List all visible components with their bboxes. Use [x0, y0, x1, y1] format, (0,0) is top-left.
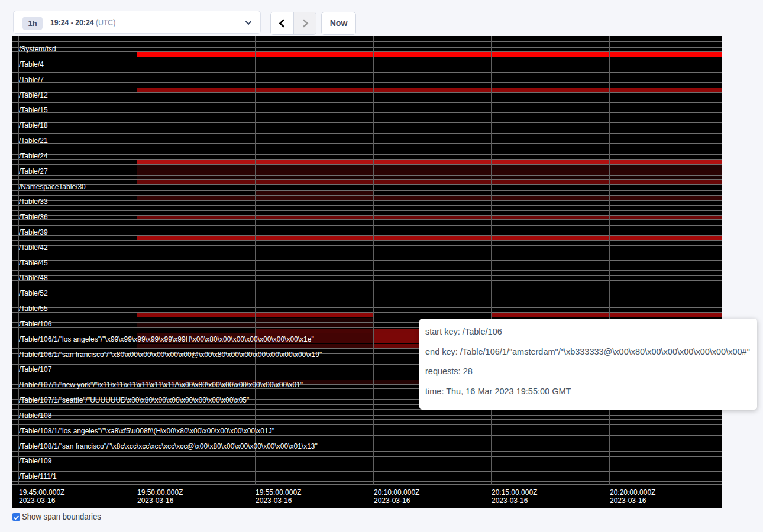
- svg-text:/Table/27: /Table/27: [19, 167, 48, 176]
- svg-text:/Table/7: /Table/7: [19, 76, 44, 84]
- svg-text:20:15:00.000Z: 20:15:00.000Z: [492, 488, 537, 497]
- svg-text:20:20:00.000Z: 20:20:00.000Z: [610, 488, 655, 497]
- svg-text:/Table/21: /Table/21: [19, 137, 48, 145]
- svg-text:/Table/48: /Table/48: [19, 274, 48, 282]
- svg-text:/Table/52: /Table/52: [19, 289, 48, 297]
- svg-text:19:45:00.000Z: 19:45:00.000Z: [19, 488, 64, 497]
- svg-text:2023-03-16: 2023-03-16: [137, 497, 174, 505]
- svg-text:20:10:00.000Z: 20:10:00.000Z: [374, 488, 419, 497]
- svg-text:/Table/12: /Table/12: [19, 91, 48, 99]
- svg-text:19:55:00.000Z: 19:55:00.000Z: [256, 488, 301, 497]
- svg-text:/Table/107: /Table/107: [19, 365, 52, 374]
- svg-text:/Table/42: /Table/42: [19, 244, 48, 252]
- svg-text:/NamespaceTable/30: /NamespaceTable/30: [19, 183, 86, 191]
- svg-text:2023-03-16: 2023-03-16: [19, 497, 56, 505]
- svg-text:/Table/108/1/"san francisco"/": /Table/108/1/"san francisco"/"\x8c\xcc\x…: [19, 442, 318, 450]
- svg-text:/Table/111/1: /Table/111/1: [19, 472, 57, 481]
- svg-text:/Table/24: /Table/24: [19, 152, 48, 160]
- svg-text:2023-03-16: 2023-03-16: [374, 497, 410, 505]
- svg-text:/Table/106/1/"san francisco"/": /Table/106/1/"san francisco"/"\x80\x00\x…: [19, 351, 322, 359]
- svg-text:/Table/106/1/"los angeles"/"\x: /Table/106/1/"los angeles"/"\x99\x99\x99…: [19, 335, 314, 343]
- svg-text:/Table/36: /Table/36: [19, 213, 48, 221]
- svg-text:/System/tsd: /System/tsd: [19, 45, 56, 53]
- svg-text:/Table/109: /Table/109: [19, 457, 52, 465]
- svg-text:/Table/107/1/"seattle"/"UUUUUU: /Table/107/1/"seattle"/"UUUUUUD\x00\x80\…: [19, 396, 249, 404]
- svg-text:/Table/39: /Table/39: [19, 228, 48, 236]
- svg-text:2023-03-16: 2023-03-16: [492, 497, 528, 505]
- svg-text:/Table/15: /Table/15: [19, 106, 48, 114]
- svg-text:/Table/107/1/"new york"/"\x11\: /Table/107/1/"new york"/"\x11\x11\x11\x1…: [19, 381, 303, 389]
- svg-text:/Table/55: /Table/55: [19, 304, 48, 313]
- svg-text:/Table/108/1/"los angeles"/"\x: /Table/108/1/"los angeles"/"\xa8\xf5\u00…: [19, 427, 274, 435]
- svg-text:/Table/33: /Table/33: [19, 197, 48, 206]
- svg-text:/Table/45: /Table/45: [19, 259, 48, 267]
- svg-text:2023-03-16: 2023-03-16: [610, 497, 646, 505]
- svg-text:/Table/108: /Table/108: [19, 411, 52, 420]
- svg-text:/Table/4: /Table/4: [19, 60, 44, 69]
- svg-text:/Table/18: /Table/18: [19, 121, 48, 129]
- svg-text:/Table/106: /Table/106: [19, 320, 52, 328]
- svg-text:2023-03-16: 2023-03-16: [256, 497, 292, 505]
- svg-text:19:50:00.000Z: 19:50:00.000Z: [137, 488, 183, 497]
